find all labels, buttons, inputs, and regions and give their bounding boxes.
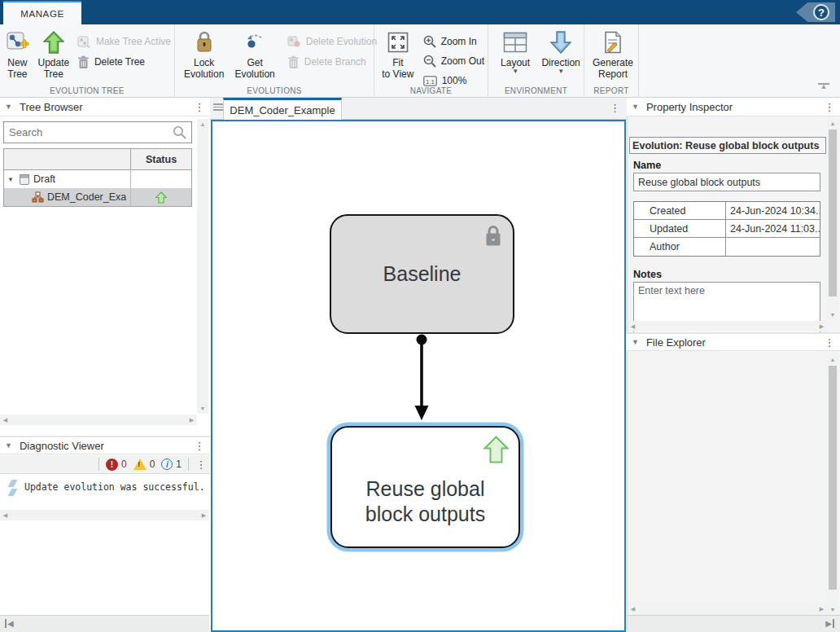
lock-evolution-label-1: Lock [194, 57, 214, 68]
left-bottom-bar: ◀ [0, 615, 209, 632]
layout-button[interactable]: Layout ▼ [497, 29, 533, 74]
info-marker-icon [8, 489, 18, 496]
get-evolution-label-2: Evolution [234, 68, 274, 80]
delete-branch-label: Delete Branch [304, 56, 366, 68]
tree-row-draft-label: Draft [33, 173, 55, 185]
get-evolution-button[interactable]: GetEvolution [234, 29, 274, 80]
diagnostic-message: Update evolution was successful. [24, 481, 205, 493]
make-tree-active-label: Make Tree Active [96, 36, 171, 47]
tree-browser-vscrollbar[interactable]: ▲▼ [197, 119, 208, 414]
tree-row-dem-coder-label: DEM_Coder_Exa [47, 191, 126, 203]
file-explorer-title: File Explorer [646, 336, 706, 349]
zoom-out-button[interactable]: Zoom Out [423, 54, 484, 68]
right-panel: Evolution: Reuse global block outputs Na… [627, 98, 840, 632]
make-tree-active-button[interactable]: Make Tree Active [77, 34, 171, 49]
diagnostic-hscrollbar[interactable]: ◀▶ [0, 510, 209, 520]
property-inspector-header: ▼ Property Inspector ⋮ [627, 98, 840, 116]
tree-search-input[interactable] [4, 126, 168, 138]
tab-manage[interactable]: MANAGE [3, 1, 81, 24]
new-tree-button[interactable]: NewTree [2, 29, 33, 80]
toolstrip: NewTree UpdateTree Make Tree Active Dele… [0, 24, 840, 98]
tree-column-name [4, 149, 131, 169]
diagnostic-viewer-menu-icon[interactable]: ⋮ [194, 440, 205, 452]
tree-browser-menu-icon[interactable]: ⋮ [194, 101, 205, 113]
zoom-out-label: Zoom Out [441, 55, 484, 67]
name-input[interactable] [633, 173, 820, 191]
notes-label: Notes [633, 269, 662, 280]
new-tree-icon [5, 29, 29, 55]
title-bar: MANAGE ? [0, 0, 840, 24]
tree-row-dem-coder[interactable]: DEM_Coder_Exa [4, 188, 191, 206]
tab-grip-icon[interactable] [213, 103, 223, 111]
tree-row-draft[interactable]: ▼ Draft [4, 170, 191, 188]
file-explorer-hscrollbar[interactable]: ◀▶ [628, 603, 827, 614]
name-label: Name [633, 160, 661, 171]
delete-evolution-icon [287, 35, 301, 48]
generate-report-label-2: Report [598, 68, 628, 80]
document-tab-menu-icon[interactable]: ⋮ [610, 102, 620, 114]
warning-count: 0 [150, 459, 155, 470]
zoom-out-icon [423, 55, 436, 68]
property-inspector-vscrollbar[interactable]: ▲▼ [827, 118, 838, 320]
direction-caret-icon: ▼ [558, 69, 564, 74]
updated-value: 24-Jun-2024 11:03... [726, 220, 820, 237]
node-reuse-global-block-outputs[interactable]: Reuse global block outputs [330, 426, 520, 548]
section-navigate: Fitto View Zoom In Zoom Out 1:1 100% [374, 24, 488, 97]
property-inspector-menu-icon[interactable]: ⋮ [824, 101, 835, 113]
direction-button[interactable]: Direction ▼ [540, 29, 581, 74]
evolution-canvas[interactable]: Baseline Reuse global block outputs [211, 120, 626, 632]
delete-branch-button[interactable]: Delete Branch [287, 55, 377, 69]
diagnostic-message-area: Update evolution was successful. [0, 475, 210, 510]
draft-expand-icon[interactable]: ▼ [7, 176, 15, 183]
status-up-arrow-icon [155, 191, 167, 204]
delete-evolution-button[interactable]: Delete Evolution [287, 34, 377, 49]
tab-dem-coder-example[interactable]: DEM_Coder_Example [223, 98, 342, 120]
error-filter-button[interactable]: ! 0 [106, 459, 127, 471]
lock-icon [483, 224, 503, 247]
get-evolution-icon [244, 29, 265, 55]
node-baseline-label: Baseline [383, 261, 462, 287]
author-value[interactable] [726, 238, 820, 256]
section-evolution-tree: NewTree UpdateTree Make Tree Active Dele… [0, 24, 175, 97]
zoom-in-icon [423, 35, 436, 48]
update-tree-label-2: Tree [44, 68, 63, 80]
node-baseline[interactable]: Baseline [330, 214, 514, 334]
file-explorer-vscrollbar[interactable]: ▲▼ [827, 354, 838, 615]
diagnostic-viewer-collapse-icon[interactable]: ▼ [5, 441, 12, 450]
diagnostic-toolbar-menu-icon[interactable]: ⋮ [195, 459, 207, 471]
tree-browser-hscrollbar[interactable]: ◀▶ [0, 415, 197, 425]
file-explorer-collapse-icon[interactable]: ▼ [632, 338, 639, 346]
update-tree-button[interactable]: UpdateTree [37, 29, 70, 80]
collapse-right-panel-icon[interactable]: ▶ [825, 619, 834, 628]
delete-tree-button[interactable]: Delete Tree [77, 55, 171, 69]
document-tabbar: DEM_Coder_Example ⋮ [210, 98, 627, 120]
property-inspector-hscrollbar[interactable]: ◀▶ [628, 321, 827, 331]
section-label-navigate: NAVIGATE [374, 86, 488, 95]
section-environment: Layout ▼ Direction ▼ ENVIRONMENT [488, 24, 584, 97]
zoom-in-button[interactable]: Zoom In [423, 34, 484, 49]
tree-browser-header: ▼ Tree Browser ⋮ [0, 98, 210, 116]
table-row: Author [634, 238, 820, 256]
tree-row-dem-coder-status [131, 188, 191, 206]
collapse-left-panel-icon[interactable]: ◀ [5, 619, 14, 628]
file-explorer-menu-icon[interactable]: ⋮ [824, 336, 835, 349]
help-icon[interactable]: ? [813, 4, 829, 20]
section-label-evolutions: EVOLUTIONS [175, 86, 374, 95]
layout-label: Layout [501, 57, 530, 68]
info-marker-icon [8, 480, 18, 487]
search-icon[interactable] [168, 125, 191, 139]
property-inspector-body: Evolution: Reuse global block outputs Na… [628, 116, 840, 331]
lock-evolution-button[interactable]: LockEvolution [184, 29, 224, 80]
tree-browser-collapse-icon[interactable]: ▼ [5, 103, 12, 111]
ribbon-collapse-icon[interactable]: ▲ [817, 82, 830, 92]
property-inspector-title: Property Inspector [646, 101, 733, 113]
warning-filter-button[interactable]: 0 [133, 459, 155, 470]
info-filter-button[interactable]: i 1 [161, 459, 182, 470]
table-row: Created 24-Jun-2024 10:34... [634, 202, 820, 220]
property-inspector-collapse-icon[interactable]: ▼ [632, 103, 639, 111]
generate-report-button[interactable]: GenerateReport [590, 29, 636, 80]
updated-label: Updated [634, 220, 726, 237]
delete-branch-icon [287, 55, 300, 69]
fit-to-view-button[interactable]: Fitto View [382, 29, 414, 80]
file-explorer-header: ▼ File Explorer ⋮ [627, 332, 840, 351]
